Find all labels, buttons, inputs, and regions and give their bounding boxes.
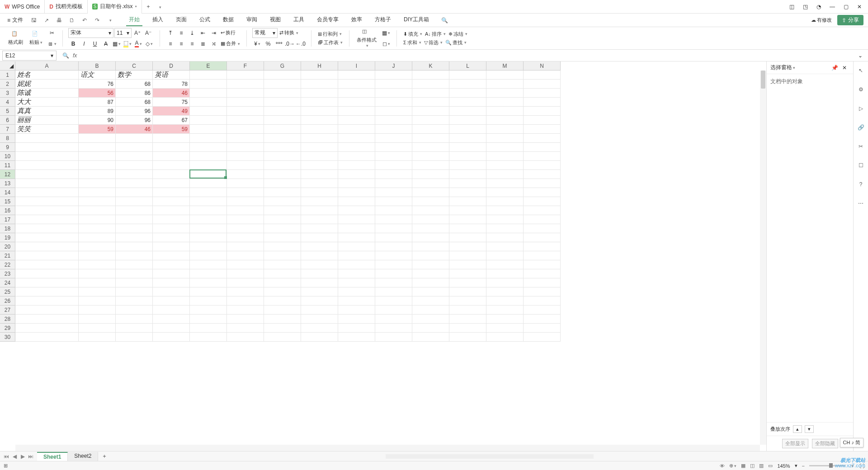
cell[interactable] — [79, 315, 116, 324]
cell[interactable] — [227, 333, 264, 342]
link-tab-icon[interactable]: 🔗 — [855, 122, 866, 133]
cell[interactable] — [190, 80, 227, 89]
cell[interactable] — [79, 242, 116, 251]
sort-button[interactable]: A↓排序 — [424, 30, 447, 38]
row-header[interactable]: 25 — [0, 287, 15, 296]
cell[interactable] — [116, 287, 153, 296]
cell[interactable] — [412, 306, 449, 315]
cell[interactable] — [79, 143, 116, 152]
cell[interactable] — [524, 161, 561, 170]
cell[interactable] — [264, 89, 301, 98]
menu-item-工具[interactable]: 工具 — [291, 14, 307, 26]
cell[interactable] — [227, 116, 264, 125]
cell[interactable] — [264, 170, 301, 179]
column-header[interactable]: L — [449, 61, 486, 70]
cell[interactable] — [190, 296, 227, 306]
cell[interactable] — [486, 89, 524, 98]
cell[interactable]: 78 — [153, 80, 190, 89]
name-box[interactable]: E12 ▾ — [2, 51, 57, 61]
cell[interactable] — [301, 224, 338, 233]
cell[interactable] — [524, 125, 561, 134]
window-maximize-button[interactable]: ▢ — [840, 2, 852, 12]
cell[interactable] — [227, 125, 264, 134]
cell[interactable] — [524, 152, 561, 161]
cell[interactable]: 96 — [116, 107, 153, 116]
cell[interactable] — [153, 287, 190, 296]
cell[interactable] — [116, 206, 153, 215]
menu-item-数据[interactable]: 数据 — [220, 14, 236, 26]
cell[interactable] — [15, 134, 79, 143]
cell[interactable] — [116, 224, 153, 233]
cell[interactable] — [449, 278, 486, 287]
cell[interactable] — [116, 306, 153, 315]
cell[interactable] — [412, 152, 449, 161]
app-tab-wps[interactable]: W WPS Office — [0, 0, 45, 14]
cell[interactable] — [449, 107, 486, 116]
cell[interactable] — [116, 134, 153, 143]
cell[interactable] — [227, 215, 264, 224]
cell[interactable] — [486, 315, 524, 324]
selection-pane-title[interactable]: 选择窗格 — [770, 64, 795, 71]
cell[interactable] — [79, 296, 116, 306]
cell[interactable] — [116, 278, 153, 287]
cell[interactable] — [412, 89, 449, 98]
cell[interactable] — [486, 287, 524, 296]
cell[interactable] — [301, 80, 338, 89]
column-header[interactable]: B — [79, 61, 116, 70]
cell[interactable] — [190, 98, 227, 107]
column-header[interactable]: C — [116, 61, 153, 70]
cell[interactable] — [338, 296, 375, 306]
cell[interactable] — [190, 224, 227, 233]
merge-button[interactable]: ▦合并 — [220, 40, 241, 47]
align-center-button[interactable]: ≡ — [176, 39, 186, 49]
cell[interactable] — [116, 215, 153, 224]
cell[interactable] — [449, 170, 486, 179]
cell[interactable] — [15, 287, 79, 296]
cell[interactable] — [190, 278, 227, 287]
cell[interactable] — [264, 251, 301, 260]
row-header[interactable]: 5 — [0, 107, 15, 116]
cell[interactable] — [15, 333, 79, 342]
cell[interactable] — [79, 152, 116, 161]
cell[interactable] — [524, 324, 561, 333]
cell[interactable] — [301, 233, 338, 242]
cell[interactable] — [524, 107, 561, 116]
cell[interactable]: 46 — [153, 89, 190, 98]
cell[interactable] — [153, 215, 190, 224]
row-header[interactable]: 27 — [0, 306, 15, 315]
cell[interactable] — [301, 197, 338, 206]
cond-format-button[interactable]: ◫条件格式 — [355, 28, 378, 49]
cell[interactable] — [264, 80, 301, 89]
cell[interactable] — [486, 242, 524, 251]
menu-item-方格子[interactable]: 方格子 — [372, 14, 394, 26]
decrease-decimal-button[interactable]: .0→ — [285, 39, 295, 49]
cell[interactable] — [227, 107, 264, 116]
view-target-icon[interactable]: ⊕ — [729, 463, 736, 469]
cell[interactable] — [449, 134, 486, 143]
cell[interactable] — [375, 179, 412, 188]
cell[interactable] — [190, 215, 227, 224]
cell[interactable] — [79, 269, 116, 278]
cell[interactable] — [301, 251, 338, 260]
cell[interactable] — [412, 215, 449, 224]
cell[interactable] — [375, 215, 412, 224]
cell[interactable] — [375, 80, 412, 89]
cells[interactable]: 姓名语文数学英语妮妮766878陈诚568646大大876875真真899649… — [15, 70, 760, 445]
stack-up-button[interactable]: ▴ — [793, 425, 802, 433]
strikethrough-button[interactable]: A̶ — [101, 39, 111, 49]
cell[interactable] — [375, 125, 412, 134]
cell[interactable] — [15, 269, 79, 278]
select-pane-tab-icon[interactable]: ↖ — [855, 65, 866, 76]
cell[interactable] — [338, 215, 375, 224]
freeze-button[interactable]: ❄冻结 — [448, 30, 468, 38]
cell[interactable] — [79, 161, 116, 170]
cell[interactable] — [153, 134, 190, 143]
cell-style-button[interactable]: ◻ — [381, 39, 391, 49]
percent-button[interactable]: % — [263, 39, 273, 49]
cell[interactable] — [412, 269, 449, 278]
menu-item-审阅[interactable]: 审阅 — [244, 14, 260, 26]
cell[interactable] — [412, 116, 449, 125]
cell[interactable] — [338, 251, 375, 260]
cell[interactable] — [264, 107, 301, 116]
cell[interactable] — [338, 161, 375, 170]
